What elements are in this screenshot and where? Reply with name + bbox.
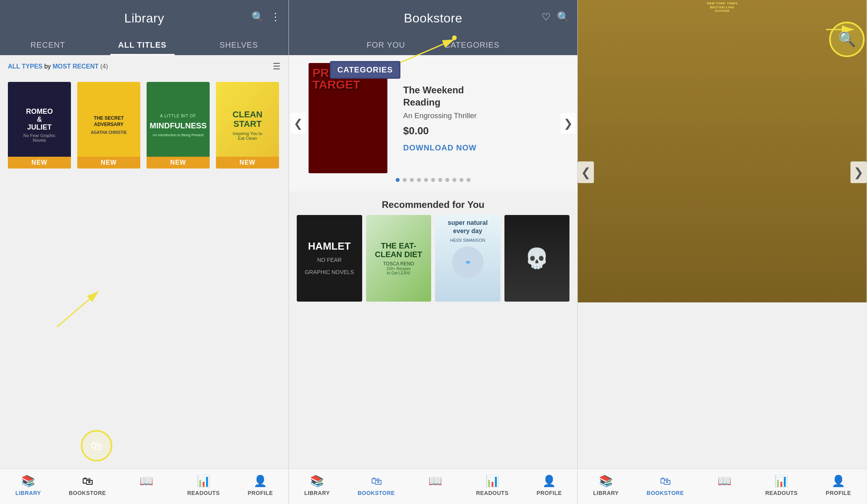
- p3-carousel-next[interactable]: ❯: [850, 161, 867, 183]
- download-now-button[interactable]: DOWNLOAD NOW: [403, 143, 476, 152]
- nav2-prof-label: PROFILE: [536, 490, 562, 496]
- dot-7[interactable]: [438, 178, 442, 182]
- dot-9[interactable]: [452, 178, 456, 182]
- book-mind-sub: A Little Bit of: [160, 114, 196, 118]
- svg-line-0: [57, 291, 99, 327]
- book-secret[interactable]: THE SECRET ADVERSARY Agatha Christie NEW: [77, 82, 140, 169]
- prof3-icon: 👤: [832, 474, 845, 487]
- filter-type[interactable]: ALL TYPES: [8, 63, 43, 70]
- dot-1[interactable]: [396, 178, 400, 182]
- library-panel: Library 🔍 ⋮ RECENT ALL TITLES SHELVES AL…: [0, 0, 289, 504]
- dot-6[interactable]: [431, 178, 435, 182]
- filter-by: by: [44, 63, 52, 70]
- nav2-readouts[interactable]: 📊 READOUTS: [476, 474, 509, 496]
- nav2-bookstore[interactable]: 🛍 BOOKSTORE: [357, 474, 394, 496]
- book-mindfulness-badge: NEW: [147, 157, 210, 169]
- dot-11[interactable]: [467, 178, 471, 182]
- filter-count: (4): [100, 63, 108, 70]
- carousel-price: $0.00: [403, 125, 550, 137]
- p3-carousel-prev[interactable]: ❮: [578, 161, 594, 183]
- hist-book-saboteurs[interactable]: NEW YORK TIMESBESTSELLINGAUTHOR THESABOT…: [638, 103, 677, 158]
- book-mind-desc: An Introduction to Being Present: [153, 133, 204, 137]
- bookstore1-bottom-nav: 📚 LIBRARY 🛍 BOOKSTORE 📖 📊 READOUTS 👤 PRO…: [289, 469, 577, 504]
- book-romeo[interactable]: Romeo&Juliet No Fear GraphicNovels NEW: [8, 82, 71, 169]
- nav-readouts[interactable]: 📊 READOUTS: [187, 474, 220, 496]
- tab-all-titles[interactable]: ALL TITLES: [110, 33, 175, 55]
- profile-nav-icon: 👤: [253, 474, 267, 487]
- nav3-readouts[interactable]: 📊 READOUTS: [765, 474, 798, 496]
- filter-sort[interactable]: MOST RECENT: [53, 63, 99, 70]
- dot-3[interactable]: [410, 178, 414, 182]
- dot-8[interactable]: [445, 178, 449, 182]
- rec-book-skull[interactable]: 💀: [504, 215, 570, 302]
- tab-for-you[interactable]: FOR YOU: [359, 33, 413, 55]
- book-clean-badge: NEW: [216, 157, 279, 169]
- bookstore1-panel: Bookstore ♡ 🔍 FOR YOU CATEGORIES ❮ PRIME…: [289, 0, 578, 504]
- tab-shelves[interactable]: SHELVES: [212, 33, 266, 55]
- lib2-icon: 📚: [310, 474, 324, 487]
- historical-fiction-box: Historical Fiction NEW YORK TIMESBESTSEL…: [586, 82, 859, 241]
- filter-bar: ALL TYPES by MOST RECENT (4) ☰: [0, 55, 288, 78]
- read2-icon: 📊: [486, 474, 499, 487]
- book-clean-sub: Inspiring You toEat Clean: [233, 131, 262, 141]
- book-clean[interactable]: CLEANSTART Inspiring You toEat Clean NEW: [216, 82, 279, 169]
- dot-2[interactable]: [403, 178, 407, 182]
- bookstore2-bottom-nav: 📚 LIBRARY 🛍 BOOKSTORE 📖 📊 READOUTS 👤 PRO…: [578, 469, 867, 504]
- nav3-bookstore[interactable]: 🛍 BOOKSTORE: [647, 474, 684, 496]
- rec-book-supernatural[interactable]: super natural every day HEIDI SWANSON 🥣: [435, 215, 500, 302]
- list-view-icon[interactable]: ☰: [273, 61, 281, 72]
- book-secret-badge: NEW: [77, 157, 140, 169]
- prof2-icon: 👤: [542, 474, 556, 487]
- store2-icon: 🛍: [371, 474, 382, 487]
- nav2-profile[interactable]: 👤 PROFILE: [533, 474, 565, 496]
- nav3-book[interactable]: 📖: [709, 474, 740, 496]
- eat-clean-author: TOSCA RENO: [383, 261, 414, 267]
- nav2-book[interactable]: 📖: [420, 474, 451, 496]
- nav-bookstore-label: BOOKSTORE: [69, 490, 106, 496]
- nav3-prof-label: PROFILE: [826, 490, 851, 496]
- nav3-store-label: BOOKSTORE: [647, 490, 684, 496]
- bookstore1-search-icon[interactable]: 🔍: [557, 11, 569, 23]
- library-header: Library 🔍 ⋮: [0, 0, 288, 33]
- carousel-subtitle: The WeekendReading: [403, 84, 550, 108]
- skull-icon: 💀: [525, 247, 549, 270]
- hist-books-row: NEW YORK TIMESBESTSELLINGAUTHOR THESABOT…: [592, 103, 852, 158]
- rec-book-eat-clean[interactable]: THE EAT-CLEAN DIET TOSCA RENO 150+ Recip…: [366, 215, 432, 302]
- nav3-profile[interactable]: 👤 PROFILE: [822, 474, 854, 496]
- dot-4[interactable]: [417, 178, 421, 182]
- dot-5[interactable]: [424, 178, 428, 182]
- bookstore1-rec-title: Recommended for You: [289, 191, 577, 215]
- more-icon[interactable]: ⋮: [270, 11, 281, 23]
- carousel-prev[interactable]: ❮: [290, 113, 306, 134]
- nav2-read-label: READOUTS: [476, 490, 509, 496]
- carousel-info: The WeekendReading An Engrossing Thrille…: [395, 80, 558, 156]
- library-tab-bar: RECENT ALL TITLES SHELVES: [0, 33, 288, 55]
- bookstore2-panel: Bookstore ♡ 🔍 FOR YOU CATEGORIES Recomme…: [578, 0, 867, 504]
- bookstore2-rec-section: Recommended for You Historical Fiction N…: [578, 55, 867, 308]
- read3-icon: 📊: [774, 474, 788, 487]
- nav2-library[interactable]: 📚 LIBRARY: [301, 474, 333, 496]
- tab-recent[interactable]: RECENT: [22, 33, 73, 55]
- bookstore1-heart-icon[interactable]: ♡: [541, 11, 551, 23]
- nav2-lib-label: LIBRARY: [304, 490, 330, 496]
- book-romeo-sub: No Fear GraphicNovels: [23, 133, 55, 143]
- library-header-icons: 🔍 ⋮: [251, 11, 281, 23]
- carousel-next[interactable]: ❯: [560, 113, 576, 134]
- nav3-library[interactable]: 📚 LIBRARY: [590, 474, 622, 496]
- book-mindfulness[interactable]: A Little Bit of MINDFULNESS An Introduct…: [147, 82, 210, 169]
- cart-annotation-circle: 🛍: [81, 430, 112, 461]
- rec-book-hamlet[interactable]: HAMLETNo FearGraphic Novels: [297, 215, 362, 302]
- nav-profile[interactable]: 👤 PROFILE: [244, 474, 276, 496]
- bookstore1-carousel: ❮ PRIMETARGET JACK MARS The WeekendReadi…: [289, 55, 577, 191]
- nav-readouts-label: READOUTS: [187, 490, 220, 496]
- bookstore1-title: Bookstore: [404, 11, 463, 26]
- nav-bookmarks[interactable]: 📖: [131, 474, 162, 496]
- search-icon[interactable]: 🔍: [251, 11, 264, 23]
- nav-bookstore[interactable]: 🛍 BOOKSTORE: [69, 474, 106, 496]
- nav3-read-label: READOUTS: [765, 490, 798, 496]
- eat-clean-sub: 150+ Recipesto Get LEAN!: [387, 267, 411, 275]
- dot-10[interactable]: [460, 178, 463, 182]
- tab-categories[interactable]: CATEGORIES: [437, 33, 508, 55]
- nav-library[interactable]: 📚 LIBRARY: [12, 474, 44, 496]
- book-romeo-badge: NEW: [8, 157, 71, 169]
